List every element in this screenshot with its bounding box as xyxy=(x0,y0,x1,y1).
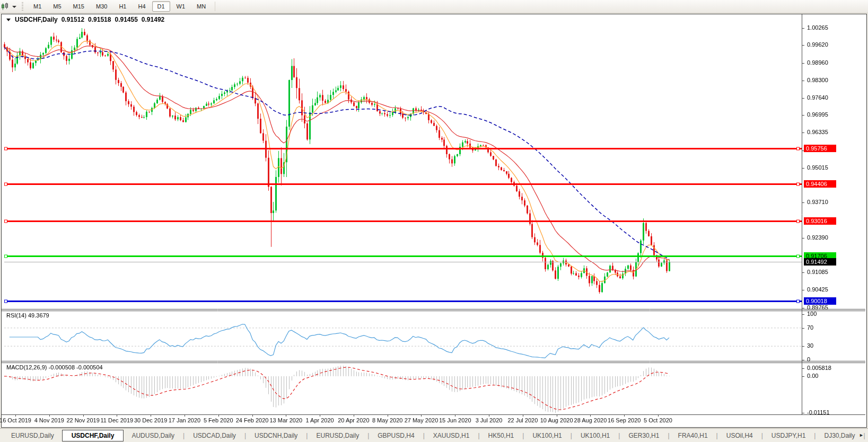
date-axis-label: 22 Jul 2020 xyxy=(507,417,538,423)
timeframe-button-m15[interactable]: M15 xyxy=(68,1,90,12)
chart-tab-usdcad-daily[interactable]: USDCAD,Daily xyxy=(185,430,244,441)
level-price-label: 0.95756 xyxy=(804,145,836,152)
tab-scroll-arrows: ◄ ► xyxy=(847,432,864,438)
timeframe-button-w1[interactable]: W1 xyxy=(171,1,191,12)
chart-tab-eurusd-daily[interactable]: EURUSD,Daily xyxy=(3,430,62,441)
tab-separator: | xyxy=(244,432,246,439)
date-axis-label: 24 Feb 2020 xyxy=(236,417,269,423)
price-chart-canvas[interactable] xyxy=(2,14,865,426)
chart-tab-eurusd-daily[interactable]: EURUSD,Daily xyxy=(308,430,367,441)
date-axis-label: 8 May 2020 xyxy=(372,417,402,423)
chart-window: USDCHF,Daily 0.91512 0.91518 0.91455 0.9… xyxy=(1,14,867,428)
level-price-label: 0.90018 xyxy=(804,297,836,305)
date-axis-label: 17 Jan 2020 xyxy=(169,417,201,423)
tab-separator: | xyxy=(522,432,524,439)
price-axis-tick: 0.91085 xyxy=(807,269,828,276)
rsi-value: 49.3679 xyxy=(28,312,49,319)
tab-scroll-left-icon[interactable]: ◄ xyxy=(847,432,852,438)
tab-separator: | xyxy=(183,432,185,439)
ohlc-low: 0.91455 xyxy=(115,16,137,23)
tab-separator: | xyxy=(668,432,669,439)
chart-tab-xauusd-h1[interactable]: XAUUSD,H1 xyxy=(425,430,478,441)
price-axis-tick: 0.96995 xyxy=(807,111,828,118)
chart-tab-uk100-h1[interactable]: UK100,H1 xyxy=(524,430,569,441)
price-axis-tick: 0.98300 xyxy=(807,77,828,84)
tab-separator: | xyxy=(618,432,620,439)
chart-tab-usdjpy-h1[interactable]: USDJPY,H1 xyxy=(764,430,813,441)
price-axis-tick: 0.89765 xyxy=(807,304,828,311)
tab-scroll-right-icon[interactable]: ► xyxy=(859,432,864,438)
date-axis-label: 28 Aug 2020 xyxy=(574,417,607,423)
date-axis-label: 22 Nov 2019 xyxy=(66,417,99,423)
tab-separator: | xyxy=(423,432,425,439)
date-axis-label: 4 Nov 2019 xyxy=(34,417,64,423)
chart-tab-usdchf-daily[interactable]: USDCHF,Daily xyxy=(62,430,124,441)
timeframe-button-d1[interactable]: D1 xyxy=(152,1,170,12)
chart-tab-hk50-h1[interactable]: HK50,H1 xyxy=(480,430,522,441)
macd-label: MACD(12,26,9) xyxy=(6,364,47,370)
toolbar-grip[interactable] xyxy=(22,2,23,11)
tab-separator: | xyxy=(306,432,308,439)
date-axis-label: 30 Dec 2019 xyxy=(134,417,167,423)
chart-tab-fra40-h1[interactable]: FRA40,H1 xyxy=(670,430,716,441)
tab-separator: | xyxy=(367,432,369,439)
chart-tab-usoil-h4[interactable]: USOil,H4 xyxy=(718,430,761,441)
tab-separator: | xyxy=(571,432,572,439)
chart-tab-ger30-h1[interactable]: GER30,H1 xyxy=(620,430,667,441)
rsi-axis-tick: 30 xyxy=(807,342,813,349)
macd-signal-value: -0.000504 xyxy=(76,364,103,370)
trading-terminal: { "toolbar": { "timeframes": ["M1","M5",… xyxy=(0,0,868,442)
chart-tab-china300-h1[interactable]: CHINA300,H1 xyxy=(866,430,868,441)
timeframe-button-h4[interactable]: H4 xyxy=(133,1,151,12)
date-axis-label: 10 Aug 2020 xyxy=(540,417,573,423)
timeframe-button-m30[interactable]: M30 xyxy=(91,1,112,12)
price-axis-tick: 0.93710 xyxy=(807,199,828,206)
timeframe-button-m5[interactable]: M5 xyxy=(48,1,66,12)
chart-tab-audusd-daily[interactable]: AUDUSD,Daily xyxy=(124,430,182,441)
ohlc-open: 0.91512 xyxy=(62,16,84,23)
ohlc-close: 0.91492 xyxy=(142,16,164,23)
macd-axis-tick: -0.01151 xyxy=(807,409,830,416)
timeframe-toolbar: M1M5M15M30H1H4D1W1MN xyxy=(0,0,868,13)
tab-separator: | xyxy=(814,432,816,439)
date-axis-label: 16 Sep 2020 xyxy=(608,417,641,423)
timeframe-button-mn[interactable]: MN xyxy=(191,1,211,12)
level-price-label: 0.93016 xyxy=(804,217,836,225)
price-axis-tick: 0.95015 xyxy=(807,164,828,171)
rsi-caption: RSI(14) 49.3679 xyxy=(6,312,49,319)
chart-tab-bar: EURUSD,DailyUSDCHF,DailyAUDUSD,Daily|USD… xyxy=(0,428,868,442)
macd-axis-tick: 0.005818 xyxy=(807,365,831,372)
date-axis-label: 13 Mar 2020 xyxy=(269,417,302,423)
date-axis-label: 16 Oct 2019 xyxy=(0,417,31,423)
current-price-label: 0.91492 xyxy=(804,258,836,266)
symbol-caret-icon[interactable] xyxy=(6,19,11,21)
price-axis-tick: 0.99620 xyxy=(807,41,828,48)
date-axis-label: 5 Feb 2020 xyxy=(204,417,233,423)
tab-separator: | xyxy=(761,432,763,439)
timeframe-buttons: M1M5M15M30H1H4D1W1MN xyxy=(28,1,212,12)
rsi-axis-tick: 100 xyxy=(807,311,817,317)
date-axis-label: 5 Oct 2020 xyxy=(644,417,672,423)
price-axis-tick: 0.92390 xyxy=(807,234,828,241)
symbol-timeframe-label: USDCHF,Daily xyxy=(15,16,58,23)
chart-tab-usdcnh-daily[interactable]: USDCNH,Daily xyxy=(247,430,305,441)
rsi-label: RSI(14) xyxy=(6,312,27,319)
macd-main-value: -0.000508 xyxy=(48,364,75,370)
price-axis-tick: 1.00265 xyxy=(807,24,828,31)
rsi-axis-tick: 0 xyxy=(807,356,810,363)
date-axis-label: 27 May 2020 xyxy=(405,417,439,423)
timeframe-button-m1[interactable]: M1 xyxy=(28,1,47,12)
level-price-label: 0.94406 xyxy=(804,180,836,188)
toolbar-separator xyxy=(215,2,215,11)
chart-type-dropdown-caret-icon[interactable] xyxy=(12,6,16,8)
price-axis-tick: 0.97640 xyxy=(807,94,828,101)
macd-caption: MACD(12,26,9) -0.000508 -0.000504 xyxy=(6,364,103,370)
chart-tab-gbpusd-h4[interactable]: GBPUSD,H4 xyxy=(370,430,422,441)
date-axis-label: 20 Apr 2020 xyxy=(338,417,369,423)
chart-icon[interactable] xyxy=(1,3,10,11)
chart-tab-uk100-h1[interactable]: UK100,H1 xyxy=(573,430,618,441)
rsi-axis-tick: 70 xyxy=(807,324,813,331)
price-axis-tick: 0.96335 xyxy=(807,129,828,136)
tab-separator: | xyxy=(716,432,718,439)
timeframe-button-h1[interactable]: H1 xyxy=(113,1,131,12)
